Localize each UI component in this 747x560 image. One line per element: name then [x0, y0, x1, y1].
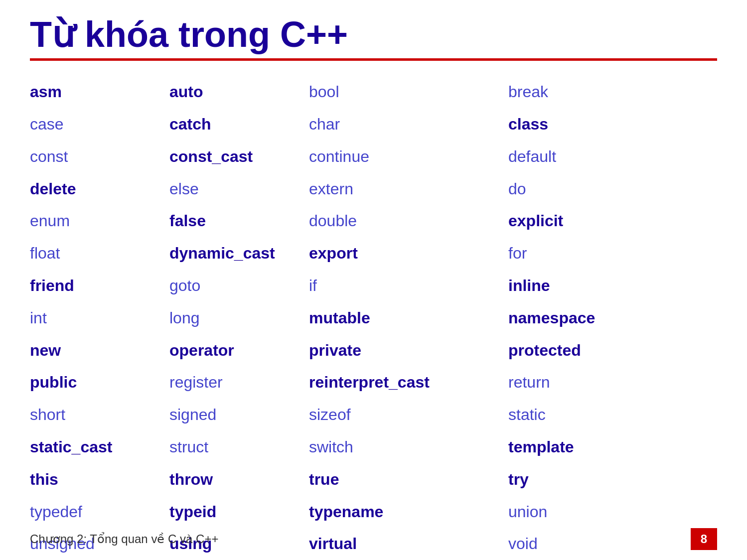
keyword-cell: return — [508, 366, 708, 399]
title-underline — [30, 58, 717, 61]
keyword-cell: new — [30, 334, 169, 367]
keyword-cell: catch — [169, 108, 309, 140]
keyword-cell: this — [30, 463, 169, 496]
keyword-cell: goto — [169, 270, 309, 302]
keyword-cell: friend — [30, 270, 169, 302]
keyword-cell: extern — [309, 173, 508, 205]
keyword-cell: template — [508, 431, 708, 463]
keyword-cell: continue — [309, 140, 508, 173]
keyword-cell: asm — [30, 76, 169, 108]
keywords-grid: asmautoboolbreakcasecatchcharclassconstc… — [30, 76, 717, 560]
page-number: 8 — [691, 528, 717, 550]
keyword-cell: signed — [169, 399, 309, 431]
keyword-cell: default — [508, 140, 708, 173]
keyword-cell: struct — [169, 431, 309, 463]
keyword-cell: true — [309, 463, 508, 496]
keyword-cell: namespace — [508, 302, 708, 334]
keyword-cell: do — [508, 173, 708, 205]
keyword-cell: protected — [508, 334, 708, 367]
keyword-cell: auto — [169, 76, 309, 108]
keyword-cell: reinterpret_cast — [309, 366, 508, 399]
keyword-cell: enum — [30, 205, 169, 237]
keyword-cell: const — [30, 140, 169, 173]
keyword-cell: double — [309, 205, 508, 237]
footer: Chương 2: Tổng quan về C và C++ 8 — [30, 528, 717, 550]
keyword-cell: export — [309, 237, 508, 270]
keyword-cell: else — [169, 173, 309, 205]
keyword-cell: const_cast — [169, 140, 309, 173]
keyword-cell: union — [508, 496, 708, 528]
keyword-cell: break — [508, 76, 708, 108]
keyword-cell: private — [309, 334, 508, 367]
keyword-cell: operator — [169, 334, 309, 367]
keyword-cell: float — [30, 237, 169, 270]
keyword-cell: case — [30, 108, 169, 140]
page-container: Từ khóa trong C++ asmautoboolbreakcaseca… — [0, 0, 747, 560]
keyword-cell: switch — [309, 431, 508, 463]
keyword-cell: delete — [30, 173, 169, 205]
keyword-cell: explicit — [508, 205, 708, 237]
keyword-cell: int — [30, 302, 169, 334]
keyword-cell: class — [508, 108, 708, 140]
keyword-cell: false — [169, 205, 309, 237]
keyword-cell: public — [30, 366, 169, 399]
keyword-cell: throw — [169, 463, 309, 496]
keyword-cell: if — [309, 270, 508, 302]
page-title: Từ khóa trong C++ — [30, 15, 717, 54]
keyword-cell: static — [508, 399, 708, 431]
keyword-cell: long — [169, 302, 309, 334]
footer-text: Chương 2: Tổng quan về C và C++ — [30, 532, 218, 546]
keyword-cell: mutable — [309, 302, 508, 334]
keyword-cell: bool — [309, 76, 508, 108]
keyword-cell: typename — [309, 496, 508, 528]
keyword-cell: sizeof — [309, 399, 508, 431]
keyword-cell: register — [169, 366, 309, 399]
keyword-cell: static_cast — [30, 431, 169, 463]
keyword-cell: typedef — [30, 496, 169, 528]
keyword-cell: typeid — [169, 496, 309, 528]
keyword-cell: dynamic_cast — [169, 237, 309, 270]
keyword-cell: char — [309, 108, 508, 140]
keyword-cell: inline — [508, 270, 708, 302]
keyword-cell: try — [508, 463, 708, 496]
keyword-cell: for — [508, 237, 708, 270]
keyword-cell: short — [30, 399, 169, 431]
